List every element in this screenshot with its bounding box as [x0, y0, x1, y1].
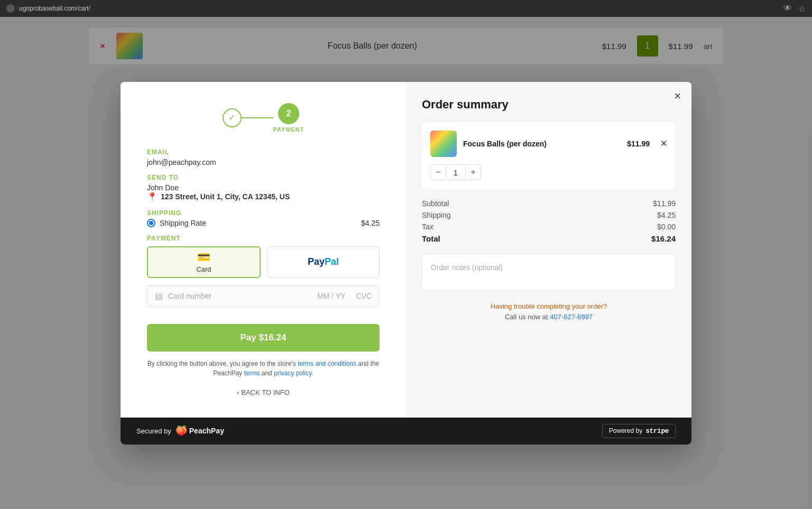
secured-by-text: Secured by 🍑 PeachPay	[136, 425, 224, 437]
privacy-policy-link[interactable]: privacy policy	[274, 369, 311, 377]
card-button-label: Card	[196, 265, 211, 273]
browser-url: ugoprobaseball.com/cart/	[19, 5, 90, 12]
quantity-decrease-button[interactable]: −	[430, 164, 446, 180]
remove-product-button[interactable]: ✕	[660, 138, 667, 149]
help-phone-link[interactable]: 407-627-6997	[550, 313, 593, 321]
help-call-text: Call us now at	[505, 313, 548, 321]
email-section: EMAIL john@peachpay.com	[147, 149, 380, 166]
card-number-input[interactable]: Card number	[168, 292, 312, 300]
price-breakdown: Subtotal $11.99 Shipping $4.25 Tax $0.00…	[422, 199, 676, 243]
checkout-modal: ✓ 2 PAYMENT EMAIL john@peachpay.com	[121, 82, 691, 445]
shipping-cost-value: $4.25	[657, 211, 676, 219]
step1-checkmark: ✓	[228, 113, 235, 123]
quantity-increase-button[interactable]: +	[465, 164, 481, 180]
powered-by-stripe: Powered by stripe	[602, 424, 676, 438]
send-to-section: SEND TO John Doe 📍 123 Street, Unit 1, C…	[147, 174, 380, 202]
step-connector	[242, 117, 273, 118]
email-label: EMAIL	[147, 149, 380, 156]
peachpay-terms-link[interactable]: terms	[244, 369, 260, 377]
order-notes-field[interactable]: Order notes (optional)	[422, 254, 676, 291]
credit-card-icon: 💳	[197, 251, 210, 263]
terms-text: By clicking the button above, you agree …	[147, 359, 380, 378]
subtotal-row: Subtotal $11.99	[422, 199, 676, 208]
shipping-option[interactable]: Shipping Rate	[147, 219, 206, 227]
checkout-stepper: ✓ 2 PAYMENT	[147, 103, 380, 133]
order-summary-title: Order summary	[422, 98, 676, 112]
card-input-row: ▤ Card number MM / YY CVC	[147, 285, 380, 307]
tax-value: $0.00	[657, 223, 676, 231]
card-payment-button[interactable]: 💳 Card	[147, 246, 261, 278]
peachpay-logo: 🍑 PeachPay	[176, 425, 224, 437]
modal-footer: Secured by 🍑 PeachPay Powered by stripe	[121, 418, 691, 445]
subtotal-value: $11.99	[653, 199, 676, 208]
order-summary-panel: × Order summary Focus Balls (per dozen) …	[406, 82, 691, 418]
tax-row: Tax $0.00	[422, 223, 676, 231]
location-pin-icon: 📍	[147, 192, 158, 202]
step2-label: PAYMENT	[273, 126, 304, 133]
product-card: Focus Balls (per dozen) $11.99 ✕ − 1 +	[422, 122, 676, 189]
peachpay-label: PeachPay	[189, 427, 224, 435]
eye-slash-icon: 👁	[783, 4, 792, 14]
close-modal-button[interactable]: ×	[674, 90, 681, 102]
product-price: $11.99	[627, 140, 650, 148]
step1-circle: ✓	[223, 108, 242, 127]
shipping-radio[interactable]	[147, 219, 155, 227]
order-notes-placeholder: Order notes (optional)	[431, 263, 503, 272]
shipping-price: $4.25	[361, 219, 380, 227]
terms-conditions-link[interactable]: terms and conditions	[298, 360, 356, 367]
quantity-value: 1	[446, 164, 465, 180]
tax-label: Tax	[422, 223, 433, 231]
product-thumbnail	[430, 131, 457, 157]
send-to-label: SEND TO	[147, 174, 380, 181]
shipping-cost-row: Shipping $4.25	[422, 211, 676, 219]
secured-label: Secured by	[136, 427, 171, 435]
stripe-wordmark: stripe	[645, 427, 669, 435]
back-to-info-link[interactable]: ‹ BACK TO INFO	[147, 388, 380, 396]
quantity-control: − 1 +	[430, 164, 667, 180]
product-name: Focus Balls (per dozen)	[463, 140, 621, 148]
step2-number: 2	[287, 109, 291, 118]
shipping-section: SHIPPING Shipping Rate $4.25	[147, 209, 380, 227]
help-text: Having trouble completing your order? Ca…	[422, 301, 676, 323]
step2-circle: 2	[278, 103, 299, 124]
checkout-left-panel: ✓ 2 PAYMENT EMAIL john@peachpay.com	[121, 82, 406, 418]
paypal-logo: PayPal	[308, 256, 339, 267]
powered-label: Powered by	[609, 427, 642, 434]
back-arrow-icon: ‹	[237, 388, 239, 396]
card-cvc-input[interactable]: CVC	[356, 292, 372, 300]
total-row: Total $16.24	[422, 234, 676, 243]
total-label: Total	[422, 234, 440, 243]
total-value: $16.24	[651, 234, 676, 243]
shipping-option-label: Shipping Rate	[160, 219, 206, 227]
shipping-label: SHIPPING	[147, 209, 380, 217]
payment-methods: 💳 Card PayPal	[147, 246, 380, 278]
card-chip-icon: ▤	[155, 291, 163, 301]
subtotal-label: Subtotal	[422, 199, 449, 208]
back-label: BACK TO INFO	[242, 388, 290, 396]
address-text: 123 Street, Unit 1, City, CA 12345, US	[161, 192, 290, 201]
help-trouble-text: Having trouble completing your order?	[491, 302, 607, 310]
star-icon: ☆	[798, 4, 806, 14]
send-to-address: 📍 123 Street, Unit 1, City, CA 12345, US	[147, 192, 380, 202]
card-expiry-input[interactable]: MM / YY	[317, 292, 345, 300]
product-row: Focus Balls (per dozen) $11.99 ✕	[430, 131, 667, 157]
modal-overlay: ✓ 2 PAYMENT EMAIL john@peachpay.com	[0, 17, 812, 509]
shipping-cost-label: Shipping	[422, 211, 451, 219]
payment-section: PAYMENT 💳 Card PayPal	[147, 235, 380, 317]
paypal-payment-button[interactable]: PayPal	[267, 246, 380, 278]
payment-label: PAYMENT	[147, 235, 380, 242]
email-value: john@peachpay.com	[147, 158, 380, 166]
peachpay-icon: 🍑	[176, 425, 187, 437]
pay-button[interactable]: Pay $16.24	[147, 324, 380, 351]
send-to-name: John Doe	[147, 183, 380, 192]
